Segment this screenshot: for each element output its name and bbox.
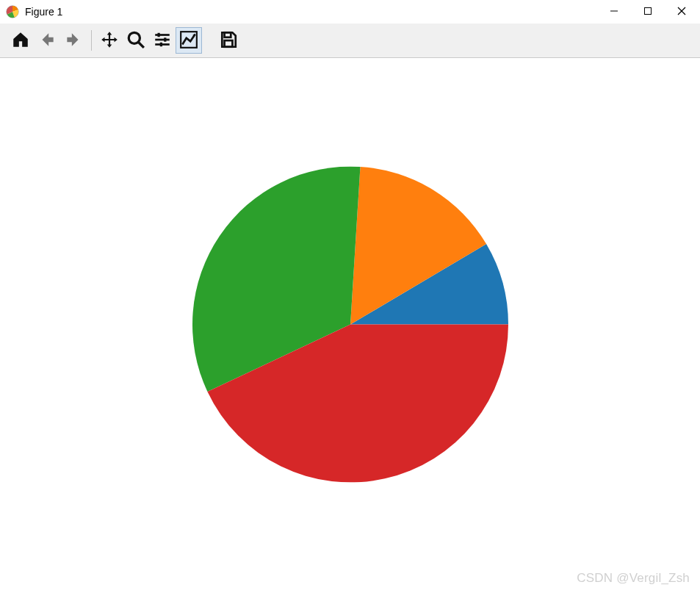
sliders-icon — [153, 30, 172, 51]
pan-button[interactable] — [96, 27, 123, 54]
close-button[interactable] — [665, 0, 699, 22]
svg-rect-2 — [645, 8, 652, 15]
pie-chart — [192, 167, 508, 485]
svg-rect-15 — [225, 32, 231, 37]
toolbar — [0, 24, 700, 58]
maximize-button[interactable] — [631, 0, 665, 22]
home-button[interactable] — [7, 27, 34, 54]
svg-rect-10 — [164, 37, 166, 41]
save-icon — [219, 30, 238, 51]
svg-rect-8 — [158, 32, 160, 36]
minimize-button[interactable] — [597, 0, 631, 22]
line-chart-icon — [179, 30, 198, 51]
svg-rect-16 — [225, 40, 233, 47]
arrow-right-icon — [64, 30, 83, 51]
toolbar-separator — [91, 30, 92, 51]
watermark-text: CSDN @Vergil_Zsh — [577, 571, 690, 586]
zoom-button[interactable] — [123, 27, 149, 54]
magnifier-icon — [126, 30, 145, 51]
save-button[interactable] — [215, 27, 242, 54]
window-titlebar: Figure 1 — [0, 0, 700, 24]
app-icon — [6, 5, 19, 18]
svg-rect-12 — [160, 42, 162, 46]
back-button[interactable] — [34, 27, 60, 54]
arrow-left-icon — [37, 30, 57, 51]
home-icon — [11, 30, 30, 51]
move-icon — [100, 30, 119, 51]
window-title: Figure 1 — [25, 6, 62, 18]
forward-button[interactable] — [60, 27, 87, 54]
svg-point-5 — [129, 32, 140, 43]
edit-axes-button[interactable] — [176, 27, 202, 54]
figure-canvas[interactable]: CSDN @Vergil_Zsh — [0, 58, 700, 593]
window-controls — [597, 0, 699, 24]
svg-line-6 — [138, 42, 144, 48]
configure-subplots-button[interactable] — [149, 27, 176, 54]
